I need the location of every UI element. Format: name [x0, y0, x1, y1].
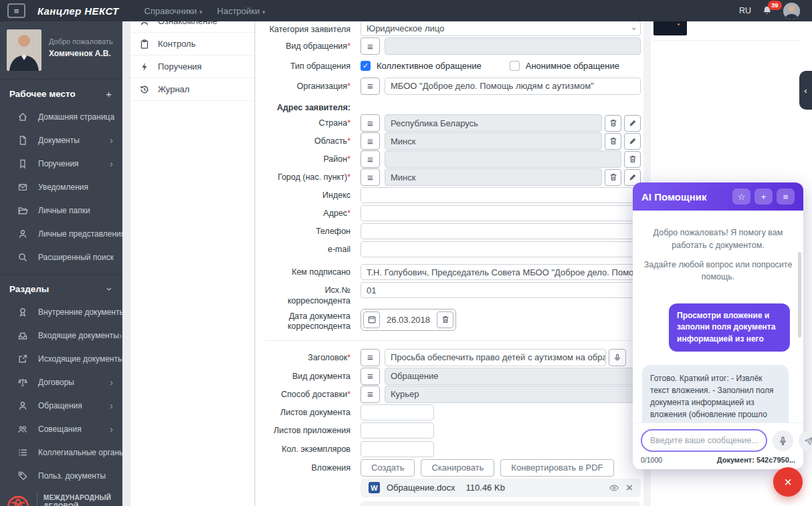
copies-input[interactable]	[361, 441, 434, 457]
sidebar-item-assignments[interactable]: Поручения ›	[0, 152, 122, 175]
ai-assistant-panel: AI Помощник ☆ + ≡ Добро пожаловать! Я по…	[633, 182, 803, 469]
language-switcher[interactable]: RU	[739, 6, 751, 15]
sidebar-item-internal-documents[interactable]: Внутренние документы ›	[0, 300, 122, 324]
sidebar-item-personal-folders[interactable]: Личные папки	[0, 199, 122, 222]
doc-menu-item-assignments[interactable]: Поручения	[130, 55, 254, 78]
new-chat-button[interactable]: +	[754, 188, 773, 205]
email-input[interactable]	[361, 241, 641, 257]
label-text: Вид обращения	[286, 41, 347, 51]
ai-message-input[interactable]	[641, 429, 767, 452]
form-row-doc-date: Дата документа корреспондента 26.03.2018	[265, 309, 641, 332]
reference-picker-button[interactable]: ≡	[361, 150, 380, 168]
remove-attachment-button[interactable]: ×	[626, 482, 633, 493]
calendar-button[interactable]	[363, 311, 380, 328]
company-logo: МЕЖДУНАРОДНЫЙ ДЕЛОВОЙ АЛЬЯНС	[0, 487, 122, 506]
sidebar-item-incoming-documents[interactable]: Входящие документы ›	[0, 324, 122, 347]
attachment-preview-thumbnail[interactable]	[653, 21, 687, 35]
reference-picker-button[interactable]: ≡	[361, 386, 380, 403]
form-row-sheets-doc: Листов документа	[265, 404, 641, 420]
doc-menu-item-label: Журнал	[158, 84, 189, 94]
sheets-doc-input[interactable]	[361, 404, 434, 420]
sections-header[interactable]: Разделы ›	[0, 275, 122, 300]
notifications-button[interactable]: 39	[762, 5, 773, 16]
zip-input[interactable]	[361, 187, 641, 203]
doc-menu-item-control[interactable]: Контроль	[130, 33, 254, 55]
clear-field-button[interactable]	[605, 169, 621, 186]
doc-menu-item-journal[interactable]: Журнал	[130, 78, 254, 101]
field-label: Страна*	[265, 114, 350, 129]
send-message-button[interactable]	[799, 430, 812, 451]
title-field[interactable]: Просьба обеспечить право детей с аутизмо…	[385, 349, 606, 366]
clear-date-button[interactable]	[437, 311, 453, 328]
required-mark: *	[347, 353, 350, 362]
clear-field-button[interactable]	[624, 151, 641, 168]
checkbox-anonymous[interactable]	[510, 61, 520, 71]
voice-input-button[interactable]	[773, 430, 793, 451]
ai-scrollbar[interactable]	[798, 252, 801, 338]
reference-picker-button[interactable]: ≡	[361, 132, 380, 150]
sidebar-item-documents[interactable]: Документы ›	[0, 128, 122, 152]
user-message-bubble: Просмотри вложение и заполни поля докуме…	[669, 303, 790, 352]
sidebar-item-label: Договоры	[38, 378, 110, 387]
favorite-button[interactable]: ☆	[732, 188, 750, 205]
sidebar-item-outgoing-documents[interactable]: Исходящие документы ›	[0, 347, 122, 370]
chevron-right-icon: ›	[110, 158, 113, 169]
sidebar-item-notifications[interactable]: Уведомления	[0, 175, 122, 199]
reference-picker-button[interactable]: ≡	[361, 168, 380, 186]
attachment-dropzone[interactable]: Выберите вложение	[361, 501, 641, 506]
sidebar-item-collegiate-bodies[interactable]: Коллегиальные органы ›	[0, 440, 122, 464]
scroll-gutter-left[interactable]	[122, 21, 130, 506]
appeal-kind-field	[385, 37, 641, 55]
sidebar-item-appeals[interactable]: Обращения ›	[0, 394, 122, 417]
edit-field-button[interactable]	[624, 133, 641, 150]
ai-menu-button[interactable]: ≡	[777, 188, 795, 205]
attachment-item[interactable]: W Обращение.docx 110.46 Kb ×	[361, 479, 641, 497]
checkbox-collective[interactable]: ✓	[361, 61, 371, 71]
preview-attachment-button[interactable]	[609, 483, 619, 493]
organization-field[interactable]: МБОО "Доброе дело. Помощь людям с аутизм…	[385, 78, 641, 95]
workspace-add-button[interactable]: +	[106, 88, 112, 100]
menu-settings[interactable]: Настройки ▾	[217, 6, 266, 16]
edit-field-button[interactable]	[624, 115, 641, 132]
sidebar-item-meetings[interactable]: Совещания ›	[0, 417, 122, 440]
doc-menu-item-acquaintance[interactable]: Ознакомление	[130, 21, 254, 33]
hamburger-menu-icon[interactable]: ≡	[7, 3, 25, 18]
doc-menu-item-label: Поручения	[158, 61, 202, 72]
label-text: Адрес	[323, 209, 347, 218]
signed-by-field[interactable]: Т.Н. Голубович, Председатель Совета МБОО…	[361, 264, 641, 280]
clear-field-button[interactable]	[605, 133, 621, 150]
field-label: e-mail	[265, 241, 350, 255]
convert-pdf-button[interactable]: Конвертировать в PDF	[500, 459, 613, 477]
sidebar-item-advanced-search[interactable]: Расширенный поиск	[0, 245, 122, 269]
create-attachment-button[interactable]: Создать	[361, 459, 415, 477]
reference-picker-button[interactable]: ≡	[361, 78, 380, 95]
reference-picker-button[interactable]: ≡	[361, 114, 380, 132]
form-row-appeal-type: Тип обращения ✓ Коллективное обращение А…	[265, 60, 641, 72]
workspace-section-header: Рабочее место +	[0, 80, 122, 105]
panel-toggle-tab[interactable]: ‹	[799, 71, 812, 110]
sheets-att-input[interactable]	[361, 422, 434, 438]
reference-picker-button[interactable]: ≡	[361, 37, 380, 55]
close-assistant-fab[interactable]: ×	[773, 467, 803, 497]
sidebar-item-home[interactable]: Домашняя страница	[0, 105, 122, 128]
sidebar-item-contracts[interactable]: Договоры ›	[0, 370, 122, 394]
sidebar-item-user-documents[interactable]: Польз. документы	[0, 464, 122, 487]
field-label: Район*	[265, 150, 350, 165]
address-input[interactable]	[361, 205, 641, 221]
clear-field-button[interactable]	[605, 115, 621, 132]
scan-button[interactable]: Сканировать	[421, 459, 494, 477]
sidebar-item-label: Личные папки	[38, 206, 113, 215]
chevron-right-icon: ›	[110, 135, 113, 146]
form-row-address-section: Адрес заявителя:	[265, 103, 641, 114]
date-value[interactable]: 26.03.2018	[384, 315, 433, 325]
sidebar-item-personal-views[interactable]: Личные представления ›	[0, 222, 122, 245]
reference-picker-button[interactable]: ≡	[361, 349, 380, 366]
out-number-field[interactable]: 01	[361, 282, 641, 298]
reference-picker-button[interactable]: ≡	[361, 368, 380, 385]
user-avatar[interactable]	[783, 3, 800, 19]
phone-input[interactable]	[361, 223, 641, 239]
form-row-email: e-mail	[265, 241, 641, 257]
category-select[interactable]: Юридическое лицо	[361, 21, 641, 36]
microphone-button[interactable]	[609, 349, 626, 366]
menu-directories[interactable]: Справочники ▾	[144, 6, 203, 16]
